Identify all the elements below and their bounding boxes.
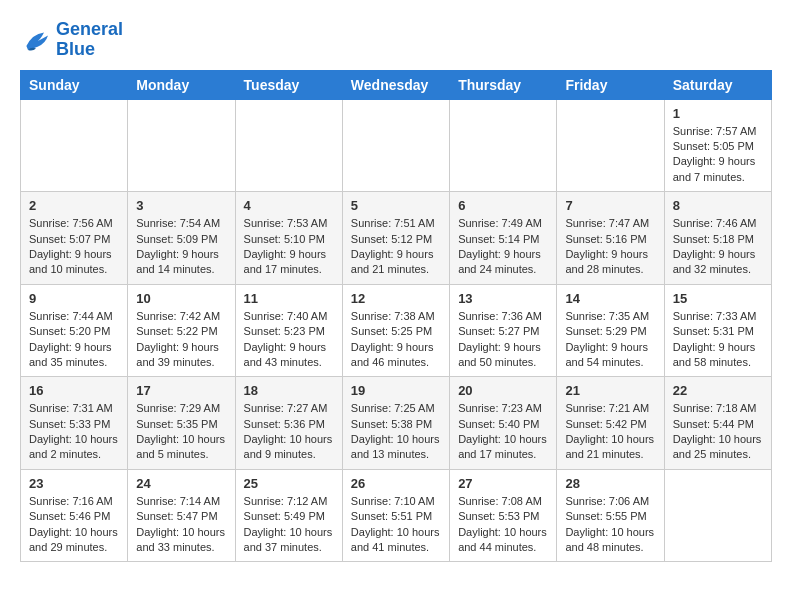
calendar-cell: 1Sunrise: 7:57 AM Sunset: 5:05 PM Daylig… xyxy=(664,99,771,192)
day-info: Sunrise: 7:46 AM Sunset: 5:18 PM Dayligh… xyxy=(673,216,763,278)
calendar-cell: 21Sunrise: 7:21 AM Sunset: 5:42 PM Dayli… xyxy=(557,377,664,470)
day-number: 27 xyxy=(458,476,548,491)
calendar-table: SundayMondayTuesdayWednesdayThursdayFrid… xyxy=(20,70,772,563)
weekday-header-row: SundayMondayTuesdayWednesdayThursdayFrid… xyxy=(21,70,772,99)
calendar-cell: 6Sunrise: 7:49 AM Sunset: 5:14 PM Daylig… xyxy=(450,192,557,285)
day-number: 11 xyxy=(244,291,334,306)
day-info: Sunrise: 7:10 AM Sunset: 5:51 PM Dayligh… xyxy=(351,494,441,556)
day-info: Sunrise: 7:21 AM Sunset: 5:42 PM Dayligh… xyxy=(565,401,655,463)
day-number: 17 xyxy=(136,383,226,398)
calendar-cell: 3Sunrise: 7:54 AM Sunset: 5:09 PM Daylig… xyxy=(128,192,235,285)
day-number: 9 xyxy=(29,291,119,306)
day-info: Sunrise: 7:12 AM Sunset: 5:49 PM Dayligh… xyxy=(244,494,334,556)
day-number: 21 xyxy=(565,383,655,398)
calendar-cell: 16Sunrise: 7:31 AM Sunset: 5:33 PM Dayli… xyxy=(21,377,128,470)
day-info: Sunrise: 7:47 AM Sunset: 5:16 PM Dayligh… xyxy=(565,216,655,278)
calendar-cell: 26Sunrise: 7:10 AM Sunset: 5:51 PM Dayli… xyxy=(342,469,449,562)
calendar-cell: 2Sunrise: 7:56 AM Sunset: 5:07 PM Daylig… xyxy=(21,192,128,285)
day-number: 28 xyxy=(565,476,655,491)
day-info: Sunrise: 7:56 AM Sunset: 5:07 PM Dayligh… xyxy=(29,216,119,278)
day-number: 6 xyxy=(458,198,548,213)
weekday-header-friday: Friday xyxy=(557,70,664,99)
day-info: Sunrise: 7:51 AM Sunset: 5:12 PM Dayligh… xyxy=(351,216,441,278)
day-number: 3 xyxy=(136,198,226,213)
day-number: 15 xyxy=(673,291,763,306)
day-info: Sunrise: 7:27 AM Sunset: 5:36 PM Dayligh… xyxy=(244,401,334,463)
calendar-cell xyxy=(557,99,664,192)
day-info: Sunrise: 7:23 AM Sunset: 5:40 PM Dayligh… xyxy=(458,401,548,463)
day-number: 2 xyxy=(29,198,119,213)
calendar-cell: 8Sunrise: 7:46 AM Sunset: 5:18 PM Daylig… xyxy=(664,192,771,285)
calendar-cell xyxy=(21,99,128,192)
day-number: 4 xyxy=(244,198,334,213)
week-row-5: 23Sunrise: 7:16 AM Sunset: 5:46 PM Dayli… xyxy=(21,469,772,562)
week-row-4: 16Sunrise: 7:31 AM Sunset: 5:33 PM Dayli… xyxy=(21,377,772,470)
day-number: 25 xyxy=(244,476,334,491)
day-number: 20 xyxy=(458,383,548,398)
calendar-cell: 27Sunrise: 7:08 AM Sunset: 5:53 PM Dayli… xyxy=(450,469,557,562)
day-number: 5 xyxy=(351,198,441,213)
day-info: Sunrise: 7:31 AM Sunset: 5:33 PM Dayligh… xyxy=(29,401,119,463)
calendar-cell: 12Sunrise: 7:38 AM Sunset: 5:25 PM Dayli… xyxy=(342,284,449,377)
day-number: 24 xyxy=(136,476,226,491)
day-number: 13 xyxy=(458,291,548,306)
day-info: Sunrise: 7:29 AM Sunset: 5:35 PM Dayligh… xyxy=(136,401,226,463)
day-number: 16 xyxy=(29,383,119,398)
week-row-1: 1Sunrise: 7:57 AM Sunset: 5:05 PM Daylig… xyxy=(21,99,772,192)
day-number: 14 xyxy=(565,291,655,306)
day-info: Sunrise: 7:14 AM Sunset: 5:47 PM Dayligh… xyxy=(136,494,226,556)
calendar-cell: 7Sunrise: 7:47 AM Sunset: 5:16 PM Daylig… xyxy=(557,192,664,285)
weekday-header-saturday: Saturday xyxy=(664,70,771,99)
day-number: 7 xyxy=(565,198,655,213)
day-info: Sunrise: 7:16 AM Sunset: 5:46 PM Dayligh… xyxy=(29,494,119,556)
weekday-header-thursday: Thursday xyxy=(450,70,557,99)
day-info: Sunrise: 7:18 AM Sunset: 5:44 PM Dayligh… xyxy=(673,401,763,463)
day-info: Sunrise: 7:42 AM Sunset: 5:22 PM Dayligh… xyxy=(136,309,226,371)
calendar-cell: 4Sunrise: 7:53 AM Sunset: 5:10 PM Daylig… xyxy=(235,192,342,285)
logo-text: General Blue xyxy=(56,20,123,60)
calendar-cell: 5Sunrise: 7:51 AM Sunset: 5:12 PM Daylig… xyxy=(342,192,449,285)
calendar-cell xyxy=(450,99,557,192)
day-info: Sunrise: 7:40 AM Sunset: 5:23 PM Dayligh… xyxy=(244,309,334,371)
day-info: Sunrise: 7:35 AM Sunset: 5:29 PM Dayligh… xyxy=(565,309,655,371)
day-number: 26 xyxy=(351,476,441,491)
day-info: Sunrise: 7:36 AM Sunset: 5:27 PM Dayligh… xyxy=(458,309,548,371)
calendar-cell xyxy=(235,99,342,192)
calendar-cell: 22Sunrise: 7:18 AM Sunset: 5:44 PM Dayli… xyxy=(664,377,771,470)
calendar-cell xyxy=(128,99,235,192)
calendar-cell: 13Sunrise: 7:36 AM Sunset: 5:27 PM Dayli… xyxy=(450,284,557,377)
logo: General Blue xyxy=(20,20,123,60)
day-number: 8 xyxy=(673,198,763,213)
calendar-cell xyxy=(664,469,771,562)
day-number: 12 xyxy=(351,291,441,306)
logo-icon xyxy=(20,26,52,54)
calendar-cell: 20Sunrise: 7:23 AM Sunset: 5:40 PM Dayli… xyxy=(450,377,557,470)
weekday-header-tuesday: Tuesday xyxy=(235,70,342,99)
day-info: Sunrise: 7:57 AM Sunset: 5:05 PM Dayligh… xyxy=(673,124,763,186)
day-number: 22 xyxy=(673,383,763,398)
calendar-cell: 11Sunrise: 7:40 AM Sunset: 5:23 PM Dayli… xyxy=(235,284,342,377)
calendar-cell: 18Sunrise: 7:27 AM Sunset: 5:36 PM Dayli… xyxy=(235,377,342,470)
calendar-cell: 9Sunrise: 7:44 AM Sunset: 5:20 PM Daylig… xyxy=(21,284,128,377)
week-row-2: 2Sunrise: 7:56 AM Sunset: 5:07 PM Daylig… xyxy=(21,192,772,285)
day-info: Sunrise: 7:49 AM Sunset: 5:14 PM Dayligh… xyxy=(458,216,548,278)
calendar-cell: 10Sunrise: 7:42 AM Sunset: 5:22 PM Dayli… xyxy=(128,284,235,377)
day-info: Sunrise: 7:53 AM Sunset: 5:10 PM Dayligh… xyxy=(244,216,334,278)
day-number: 19 xyxy=(351,383,441,398)
calendar-cell: 28Sunrise: 7:06 AM Sunset: 5:55 PM Dayli… xyxy=(557,469,664,562)
page-header: General Blue xyxy=(20,20,772,60)
day-number: 23 xyxy=(29,476,119,491)
day-info: Sunrise: 7:44 AM Sunset: 5:20 PM Dayligh… xyxy=(29,309,119,371)
calendar-cell: 15Sunrise: 7:33 AM Sunset: 5:31 PM Dayli… xyxy=(664,284,771,377)
day-number: 1 xyxy=(673,106,763,121)
day-info: Sunrise: 7:38 AM Sunset: 5:25 PM Dayligh… xyxy=(351,309,441,371)
calendar-cell xyxy=(342,99,449,192)
week-row-3: 9Sunrise: 7:44 AM Sunset: 5:20 PM Daylig… xyxy=(21,284,772,377)
weekday-header-sunday: Sunday xyxy=(21,70,128,99)
day-info: Sunrise: 7:06 AM Sunset: 5:55 PM Dayligh… xyxy=(565,494,655,556)
day-number: 18 xyxy=(244,383,334,398)
day-info: Sunrise: 7:25 AM Sunset: 5:38 PM Dayligh… xyxy=(351,401,441,463)
day-info: Sunrise: 7:33 AM Sunset: 5:31 PM Dayligh… xyxy=(673,309,763,371)
calendar-cell: 19Sunrise: 7:25 AM Sunset: 5:38 PM Dayli… xyxy=(342,377,449,470)
calendar-cell: 24Sunrise: 7:14 AM Sunset: 5:47 PM Dayli… xyxy=(128,469,235,562)
